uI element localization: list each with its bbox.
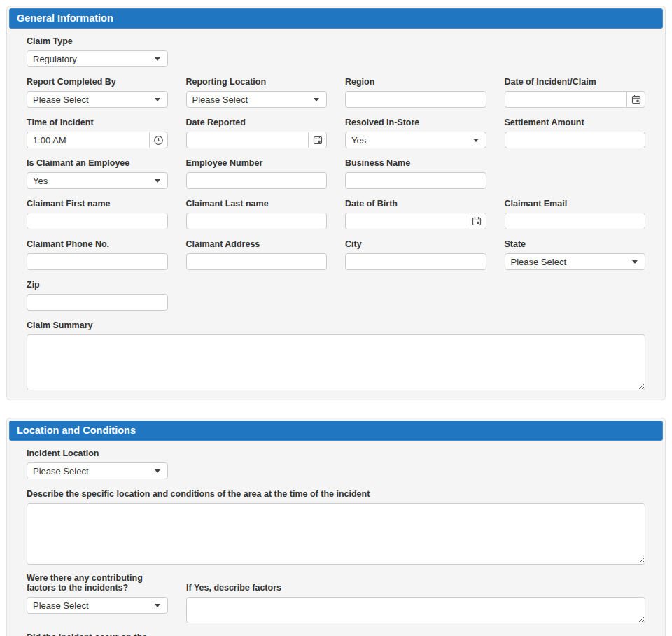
zip-label: Zip — [27, 280, 168, 290]
caret-down-icon — [155, 469, 160, 473]
state-select-value: Please Select — [511, 257, 567, 267]
time-of-incident-input[interactable] — [27, 132, 149, 148]
state-select[interactable]: Please Select — [505, 253, 646, 270]
is-claimant-employee-select[interactable]: Yes — [27, 172, 168, 189]
claimant-email-input[interactable] — [505, 213, 646, 229]
date-of-birth-input[interactable] — [345, 213, 468, 229]
field-settlement-amount: Settlement Amount — [505, 116, 646, 148]
time-of-incident-clock-button[interactable] — [149, 132, 168, 148]
date-of-incident-calendar-button[interactable] — [626, 91, 645, 108]
settlement-amount-input[interactable] — [505, 132, 646, 148]
claim-summary-label: Claim Summary — [27, 320, 645, 330]
field-claimant-address: Claimant Address — [186, 238, 328, 270]
field-city: City — [345, 238, 486, 270]
field-employee-number: Employee Number — [186, 157, 328, 189]
field-claim-summary: Claim Summary — [27, 320, 645, 390]
business-name-label: Business Name — [345, 158, 486, 168]
field-date-reported: Date Reported — [186, 116, 328, 148]
claim-type-select-value: Regulatory — [33, 54, 77, 64]
claimant-phone-input[interactable] — [27, 253, 168, 270]
claimant-phone-label: Claimant Phone No. — [27, 239, 168, 249]
resolved-in-store-select[interactable]: Yes — [345, 132, 486, 148]
clock-icon — [153, 135, 164, 146]
field-resolved-in-store: Resolved In-Store Yes — [345, 116, 486, 148]
caret-down-icon — [155, 57, 160, 61]
incident-location-select-value: Please Select — [33, 466, 89, 476]
caret-down-icon — [473, 139, 479, 142]
resolved-in-store-label: Resolved In-Store — [345, 118, 486, 127]
caret-down-icon — [632, 260, 638, 264]
city-input[interactable] — [345, 253, 486, 270]
incident-location-select[interactable]: Please Select — [27, 462, 168, 479]
report-completed-by-select[interactable]: Please Select — [27, 91, 168, 108]
location-and-conditions-panel: Location and Conditions Incident Locatio… — [6, 418, 666, 636]
field-claim-type: Claim Type Regulatory — [27, 35, 168, 67]
date-reported-calendar-button[interactable] — [308, 132, 327, 148]
field-state: State Please Select — [505, 238, 646, 270]
date-of-incident-label: Date of Incident/Claim — [505, 77, 646, 87]
date-reported-label: Date Reported — [186, 118, 328, 127]
row-contributing-factors: Were there any contributing factors to t… — [27, 573, 645, 623]
contributing-factors-select[interactable]: Please Select — [27, 597, 168, 614]
field-is-claimant-employee: Is Claimant an Employee Yes — [27, 157, 168, 189]
date-of-birth-label: Date of Birth — [345, 199, 486, 209]
incident-location-label: Incident Location — [27, 448, 168, 458]
describe-factors-label: If Yes, describe factors — [186, 583, 645, 593]
field-region: Region — [345, 76, 486, 108]
field-claimant-email: Claimant Email — [505, 197, 646, 229]
date-reported-input[interactable] — [186, 132, 309, 148]
state-label: State — [505, 239, 646, 249]
section-header-general: General Information — [9, 8, 663, 29]
report-completed-by-select-value: Please Select — [33, 94, 89, 105]
calendar-icon — [631, 94, 641, 104]
date-of-birth-calendar-button[interactable] — [468, 213, 486, 229]
caret-down-icon — [155, 179, 160, 183]
claimant-last-name-label: Claimant Last name — [186, 199, 328, 209]
caret-down-icon — [155, 98, 160, 101]
region-label: Region — [345, 77, 486, 87]
reporting-location-select[interactable]: Please Select — [186, 91, 328, 108]
occur-on-premises-label: Did the incident occur on the premises? — [27, 633, 168, 636]
region-input[interactable] — [345, 91, 486, 108]
field-business-name: Business Name — [345, 157, 486, 189]
claimant-address-input[interactable] — [186, 253, 328, 270]
calendar-icon — [313, 135, 323, 145]
row-occur-on-premises: Did the incident occur on the premises? … — [27, 633, 645, 636]
settlement-amount-label: Settlement Amount — [505, 118, 646, 127]
city-label: City — [345, 239, 486, 249]
general-panel-body: Claim Type Regulatory Report Completed B… — [9, 29, 663, 390]
employee-number-input[interactable] — [186, 172, 328, 189]
date-of-incident-input[interactable] — [505, 91, 627, 108]
field-claimant-last-name: Claimant Last name — [186, 197, 328, 229]
claim-type-label: Claim Type — [27, 36, 168, 46]
report-completed-by-label: Report Completed By — [27, 77, 168, 87]
describe-location-label: Describe the specific location and condi… — [27, 489, 645, 499]
reporting-location-label: Reporting Location — [186, 77, 328, 87]
claim-type-select[interactable]: Regulatory — [27, 50, 168, 67]
claimant-first-name-input[interactable] — [27, 213, 168, 229]
field-reporting-location: Reporting Location Please Select — [186, 76, 328, 108]
claimant-address-label: Claimant Address — [186, 239, 328, 249]
claim-summary-textarea[interactable] — [27, 334, 645, 390]
field-zip: Zip — [27, 278, 168, 311]
zip-input[interactable] — [27, 294, 168, 311]
calendar-icon — [472, 216, 482, 226]
describe-factors-textarea[interactable] — [186, 597, 645, 623]
field-claimant-phone: Claimant Phone No. — [27, 238, 168, 270]
general-information-panel: General Information Claim Type Regulator… — [6, 6, 666, 400]
describe-location-textarea[interactable] — [27, 503, 645, 565]
time-of-incident-label: Time of Incident — [27, 118, 168, 127]
caret-down-icon — [314, 98, 319, 101]
field-incident-location: Incident Location Please Select — [27, 447, 168, 479]
location-panel-body: Incident Location Please Select Describe… — [9, 441, 663, 636]
field-claimant-first-name: Claimant First name — [27, 197, 168, 229]
employee-number-label: Employee Number — [186, 158, 328, 168]
claimant-email-label: Claimant Email — [505, 199, 646, 209]
section-header-location: Location and Conditions — [9, 421, 663, 441]
claimant-last-name-input[interactable] — [186, 213, 328, 229]
business-name-input[interactable] — [345, 172, 486, 189]
caret-down-icon — [155, 604, 160, 607]
resolved-in-store-select-value: Yes — [351, 135, 366, 146]
claimant-first-name-label: Claimant First name — [27, 199, 168, 209]
is-claimant-employee-select-value: Yes — [33, 176, 48, 186]
